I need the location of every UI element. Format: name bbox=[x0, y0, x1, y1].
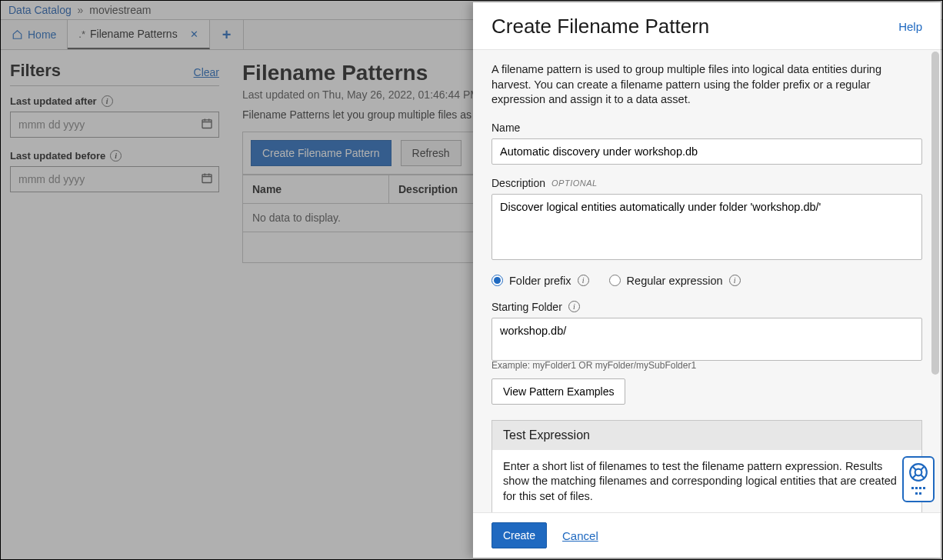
drawer-title: Create Filename Pattern bbox=[491, 15, 709, 38]
test-expression-title: Test Expression bbox=[492, 421, 921, 450]
radio-folder-prefix[interactable]: Folder prefix i bbox=[491, 275, 589, 287]
create-button[interactable]: Create bbox=[491, 522, 547, 548]
view-pattern-examples-button[interactable]: View Pattern Examples bbox=[491, 378, 625, 405]
lifebuoy-icon bbox=[908, 462, 928, 482]
create-pattern-drawer: Create Filename Pattern Help A filename … bbox=[473, 2, 941, 558]
test-expression-section: Test Expression Enter a short list of fi… bbox=[491, 420, 922, 512]
info-icon[interactable]: i bbox=[568, 301, 580, 312]
drawer-scrollbar[interactable] bbox=[931, 52, 939, 375]
radio-regex-input[interactable] bbox=[609, 275, 621, 286]
floating-help-widget[interactable] bbox=[902, 456, 935, 502]
help-link[interactable]: Help bbox=[898, 20, 922, 33]
cancel-link[interactable]: Cancel bbox=[562, 529, 598, 542]
drag-handle-icon bbox=[911, 487, 925, 496]
radio-regular-expression[interactable]: Regular expression i bbox=[609, 275, 741, 287]
radio-folder-prefix-input[interactable] bbox=[491, 275, 503, 286]
starting-folder-example: Example: myFolder1 OR myFolder/mySubFold… bbox=[491, 360, 922, 371]
test-expression-body: Enter a short list of filenames to test … bbox=[492, 450, 921, 512]
info-icon[interactable]: i bbox=[578, 275, 589, 286]
drawer-intro: A filename pattern is used to group mult… bbox=[491, 62, 922, 108]
description-label: Description Optional bbox=[491, 177, 922, 189]
info-icon[interactable]: i bbox=[729, 275, 741, 286]
svg-point-3 bbox=[915, 469, 922, 476]
starting-folder-input[interactable] bbox=[491, 318, 922, 361]
optional-badge: Optional bbox=[551, 178, 598, 188]
name-label: Name bbox=[491, 122, 922, 134]
starting-folder-label: Starting Folder i bbox=[491, 301, 922, 313]
description-input[interactable] bbox=[491, 194, 922, 260]
name-input[interactable] bbox=[491, 138, 922, 165]
